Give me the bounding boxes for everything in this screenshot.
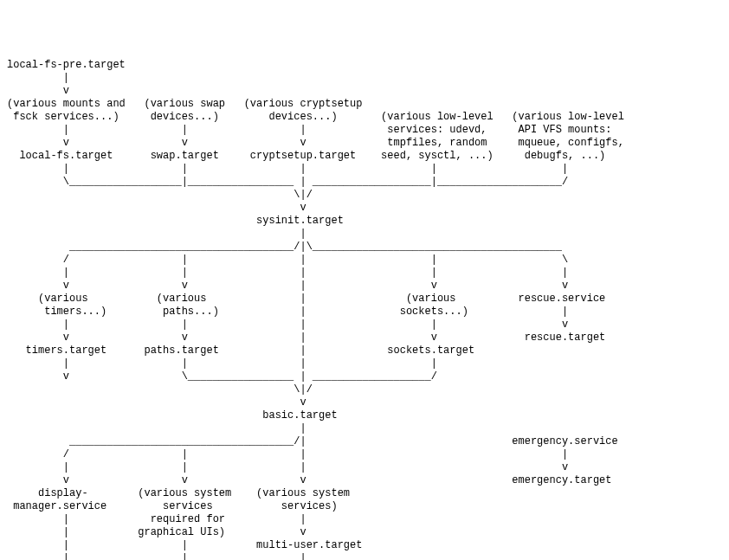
systemd-bootup-diagram: local-fs-pre.target | v (various mounts … [7, 59, 722, 560]
